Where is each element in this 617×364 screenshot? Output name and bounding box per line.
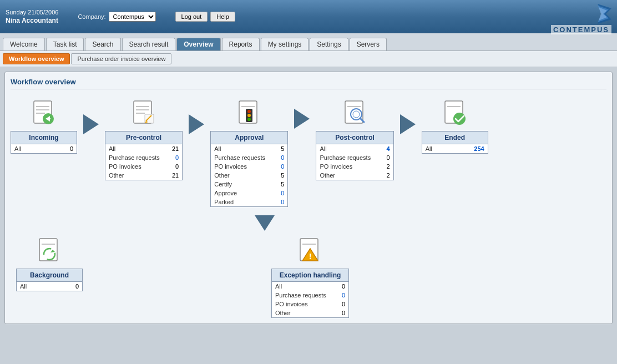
main-content: Workflow overview bbox=[0, 67, 617, 328]
svg-point-20 bbox=[247, 110, 251, 113]
arrow-postcontrol-ended bbox=[394, 98, 422, 134]
logo: CONTEMPUS bbox=[551, 3, 611, 34]
node-ended: Ended All254 bbox=[422, 98, 488, 154]
arrow-approval-postcontrol bbox=[288, 98, 316, 129]
arrow-approval-exception bbox=[255, 215, 275, 231]
approval-row-purchaserequests: Purchase requests0 bbox=[211, 153, 288, 162]
svg-point-21 bbox=[247, 114, 251, 117]
approval-row-all: All5 bbox=[211, 144, 288, 154]
incoming-table: Incoming All0 bbox=[11, 131, 77, 154]
workflow-panel: Workflow overview bbox=[4, 72, 613, 324]
logo-text: CONTEMPUS bbox=[551, 25, 611, 34]
header-actions: Log out Help bbox=[175, 12, 235, 22]
header-user: Nina Accountant bbox=[6, 17, 58, 24]
exception-icon: ! bbox=[294, 235, 327, 266]
ended-table: Ended All254 bbox=[422, 131, 488, 154]
arrow-incoming-precontrol bbox=[77, 98, 105, 134]
postcontrol-table: Post-control All4 Purchase requests0 PO … bbox=[316, 131, 393, 180]
exception-row-other: Other0 bbox=[272, 309, 349, 318]
company-select[interactable]: Contempus bbox=[109, 12, 156, 22]
tab-servers[interactable]: Servers bbox=[350, 38, 387, 50]
approval-row-parked: Parked0 bbox=[211, 198, 288, 207]
node-precontrol: Pre-control All21 Purchase requests0 PO … bbox=[105, 98, 183, 180]
postcontrol-row-other: Other2 bbox=[316, 171, 393, 180]
exception-row-poinvoices: PO invoices0 bbox=[272, 300, 349, 309]
approval-row-certify: Certify5 bbox=[211, 180, 288, 189]
approval-header: Approval bbox=[211, 132, 288, 144]
ended-row-all: All254 bbox=[422, 144, 488, 154]
svg-text:!: ! bbox=[309, 252, 312, 261]
approval-row-other: Other5 bbox=[211, 171, 288, 180]
background-icon bbox=[33, 235, 66, 266]
company-label: Company: bbox=[78, 13, 105, 20]
nav-tabs: Welcome Task list Search Search result O… bbox=[0, 33, 617, 51]
header-left: Sunday 21/05/2006 Nina Accountant bbox=[6, 9, 58, 24]
tab-search[interactable]: Search bbox=[85, 38, 120, 50]
header-info: Sunday 21/05/2006 Nina Accountant Compan… bbox=[6, 9, 235, 24]
precontrol-header: Pre-control bbox=[105, 132, 183, 144]
ended-icon bbox=[438, 98, 472, 128]
tab-overview[interactable]: Overview bbox=[176, 38, 220, 50]
exception-header: Exception handling bbox=[272, 269, 349, 282]
tab-settings[interactable]: Settings bbox=[310, 38, 348, 50]
sub-tabs: Workflow overview Purchase order invoice… bbox=[0, 51, 617, 67]
precontrol-row-other: Other21 bbox=[105, 171, 183, 180]
node-exception: ! Exception handling All0 Purchase reque… bbox=[271, 235, 349, 318]
header-date: Sunday 21/05/2006 bbox=[6, 9, 58, 16]
precontrol-row-purchaserequests: Purchase requests0 bbox=[105, 153, 183, 162]
precontrol-row-all: All21 bbox=[105, 144, 183, 154]
subtab-workflow[interactable]: Workflow overview bbox=[3, 53, 70, 64]
approval-row-poinvoices: PO invoices0 bbox=[211, 162, 288, 171]
postcontrol-row-purchaserequests: Purchase requests0 bbox=[316, 153, 393, 162]
precontrol-row-poinvoices: PO invoices0 bbox=[105, 162, 183, 171]
precontrol-table: Pre-control All21 Purchase requests0 PO … bbox=[105, 131, 183, 180]
node-postcontrol: Post-control All4 Purchase requests0 PO … bbox=[316, 98, 393, 180]
approval-icon bbox=[232, 98, 266, 128]
header: Sunday 21/05/2006 Nina Accountant Compan… bbox=[0, 0, 617, 33]
postcontrol-row-all: All4 bbox=[316, 144, 393, 154]
postcontrol-row-poinvoices: PO invoices2 bbox=[316, 162, 393, 171]
exception-table: Exception handling All0 Purchase request… bbox=[271, 269, 349, 318]
exception-row-purchaserequests: Purchase requests0 bbox=[272, 291, 349, 300]
tab-mysettings[interactable]: My settings bbox=[261, 38, 309, 50]
incoming-header: Incoming bbox=[11, 132, 77, 144]
arrow-precontrol-approval bbox=[183, 98, 210, 134]
postcontrol-icon bbox=[338, 98, 372, 128]
incoming-row-all: All0 bbox=[11, 144, 77, 154]
subtab-poinvoice[interactable]: Purchase order invoice overview bbox=[71, 53, 171, 64]
logout-button[interactable]: Log out bbox=[175, 12, 208, 22]
approval-row-approve: Approve0 bbox=[211, 189, 288, 198]
approval-table: Approval All5 Purchase requests0 PO invo… bbox=[210, 131, 288, 207]
incoming-icon bbox=[27, 98, 60, 128]
background-header: Background bbox=[17, 269, 83, 282]
background-table: Background All0 bbox=[16, 269, 83, 291]
postcontrol-header: Post-control bbox=[316, 132, 393, 144]
tab-welcome[interactable]: Welcome bbox=[3, 38, 45, 50]
precontrol-icon bbox=[127, 98, 160, 128]
logo-graphic bbox=[581, 3, 611, 25]
help-button[interactable]: Help bbox=[210, 12, 235, 22]
node-approval: Approval All5 Purchase requests0 PO invo… bbox=[210, 98, 288, 207]
header-company: Company: Contempus bbox=[78, 12, 155, 22]
exception-row-all: All0 bbox=[272, 282, 349, 291]
tab-tasklist[interactable]: Task list bbox=[46, 38, 84, 50]
svg-point-22 bbox=[247, 118, 251, 121]
node-incoming: Incoming All0 bbox=[11, 98, 77, 154]
background-row-all: All0 bbox=[17, 282, 83, 291]
tab-reports[interactable]: Reports bbox=[222, 38, 260, 50]
tab-searchresult[interactable]: Search result bbox=[122, 38, 176, 50]
node-background: Background All0 bbox=[16, 235, 83, 291]
workflow-title: Workflow overview bbox=[11, 78, 606, 89]
ended-header: Ended bbox=[422, 132, 488, 144]
